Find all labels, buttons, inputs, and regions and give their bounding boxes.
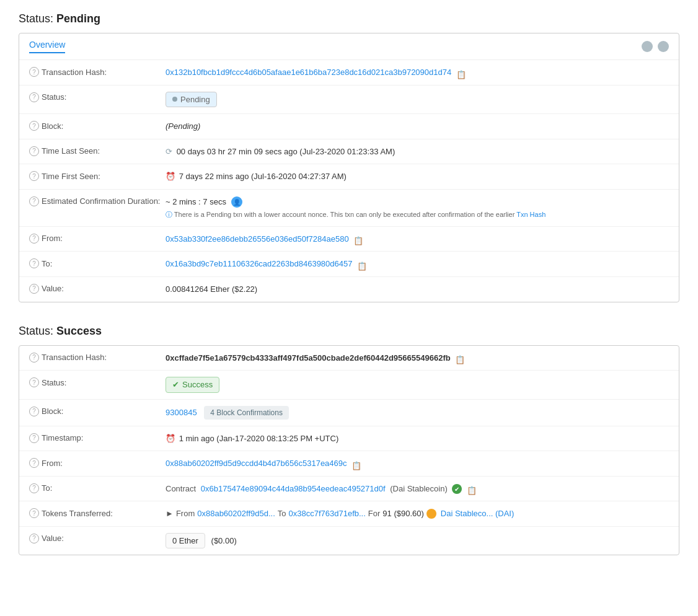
question-icon-time-last: ? [29, 146, 39, 156]
pending-value-label: ? Value: [29, 283, 166, 294]
pending-time-first-seen-row: ? Time First Seen: ⏰ 7 days 22 mins ago … [19, 164, 679, 190]
question-icon-from: ? [29, 234, 39, 244]
confirmations-badge: 4 Block Confirmations [204, 406, 289, 420]
success-tx-hash-label: ? Transaction Hash: [29, 352, 166, 363]
question-icon: ? [29, 67, 39, 77]
pending-est-confirm-label: ? Estimated Confirmation Duration: [29, 196, 166, 206]
clock-icon-success: ⏰ [166, 433, 175, 445]
success-status-row: ? Status: ✔ Success [19, 371, 679, 400]
question-icon-value: ? [29, 284, 39, 294]
copy-from-icon[interactable]: 📋 [353, 235, 362, 244]
success-timestamp-row: ? Timestamp: ⏰ 1 min ago (Jan-17-2020 08… [19, 426, 679, 452]
verified-icon: ✔ [452, 484, 462, 494]
success-badge: ✔ Success [166, 377, 219, 393]
pending-tx-hash-label: ? Transaction Hash: [29, 66, 166, 77]
pending-status-value: Pending [166, 92, 669, 108]
pending-block-label: ? Block: [29, 120, 166, 131]
pending-badge-dot [172, 97, 177, 102]
q-icon-block: ? [29, 407, 39, 416]
success-value-row: ? Value: 0 Ether ($0.00) [19, 527, 679, 555]
success-from-value: 0x88ab60202ff9d5d9ccdd4b4d7b656c5317ea46… [166, 457, 669, 470]
arrow-triangle: ► [166, 508, 174, 520]
pending-from-row: ? From: 0x53ab330f2ee86debb26556e036ed50… [19, 227, 679, 252]
question-icon-status: ? [29, 92, 39, 102]
success-status-value: ✔ Success [166, 377, 669, 393]
pending-time-last-seen-label: ? Time Last Seen: [29, 146, 166, 156]
info-dot: ⓘ [166, 211, 172, 218]
pending-status-row: ? Status: Pending [19, 86, 679, 115]
pending-time-first-seen-label: ? Time First Seen: [29, 170, 166, 181]
success-from-label: ? From: [29, 457, 166, 468]
dai-icon [426, 509, 436, 519]
pending-tx-hash-row: ? Transaction Hash: 0x132b10fbcb1d9fccc4… [19, 60, 679, 86]
success-block-label: ? Block: [29, 406, 166, 416]
question-icon-block: ? [29, 121, 39, 131]
q-icon-value: ? [29, 534, 39, 543]
success-to-label: ? To: [29, 483, 166, 493]
pending-block-value: (Pending) [166, 120, 669, 133]
copy-tx-icon[interactable]: 📋 [455, 354, 464, 363]
copy-from-success-icon[interactable]: 📋 [351, 460, 360, 469]
pending-tx-hash-value: 0x132b10fbcb1d9fccc4d6b05afaae1e61b6ba72… [166, 66, 669, 79]
clock-icon: ⏰ [166, 170, 175, 183]
success-block-row: ? Block: 9300845 4 Block Confirmations [19, 400, 679, 426]
overview-tab[interactable]: Overview [29, 40, 65, 53]
success-from-row: ? From: 0x88ab60202ff9d5d9ccdd4b4d7b656c… [19, 451, 679, 477]
pending-from-label: ? From: [29, 233, 166, 244]
check-icon: ✔ [172, 379, 179, 391]
pending-time-first-seen-value: ⏰ 7 days 22 mins ago (Jul-16-2020 04:27:… [166, 170, 669, 183]
tokens-transfer-detail: ► From 0x88ab60202ff9d5d... To 0x38cc7f7… [166, 508, 669, 520]
success-to-value: Contract 0x6b175474e89094c44da98b954eede… [166, 483, 669, 495]
pending-to-value: 0x16a3bd9c7eb11106326cad2263bd8463980d64… [166, 258, 669, 270]
user-icon: 👤 [231, 196, 242, 208]
success-section-title: Status: Success [19, 325, 679, 338]
pending-status-label: ? Status: [29, 92, 166, 102]
copy-icon[interactable]: 📋 [456, 69, 465, 77]
circle-icon-1 [642, 41, 653, 52]
q-icon-status: ? [29, 377, 39, 387]
pending-est-note: ⓘ There is a Pending txn with a lower ac… [166, 209, 669, 220]
q-icon-to: ? [29, 483, 39, 493]
success-tokens-row: ? Tokens Transferred: ► From 0x88ab60202… [19, 501, 679, 527]
success-value-value: 0 Ether ($0.00) [166, 533, 669, 549]
spinner-icon: ⟳ [166, 146, 172, 158]
success-timestamp-value: ⏰ 1 min ago (Jan-17-2020 08:13:25 PM +UT… [166, 433, 669, 445]
question-icon-time-first: ? [29, 171, 39, 181]
pending-block-row: ? Block: (Pending) [19, 114, 679, 139]
success-block-value: 9300845 4 Block Confirmations [166, 406, 669, 420]
success-card: ? Transaction Hash: 0xcffade7f5e1a67579c… [19, 345, 679, 556]
success-status-label: ? Status: [29, 377, 166, 387]
pending-to-row: ? To: 0x16a3bd9c7eb11106326cad2263bd8463… [19, 252, 679, 277]
question-icon-est: ? [29, 196, 39, 206]
success-to-row: ? To: Contract 0x6b175474e89094c44da98b9… [19, 477, 679, 502]
pending-value-row: ? Value: 0.00841264 Ether ($2.22) [19, 277, 679, 302]
success-value-label: ? Value: [29, 533, 166, 543]
success-tx-hash-value: 0xcffade7f5e1a67579cb4333aff497fd5a500cb… [166, 352, 669, 364]
success-tokens-value: ► From 0x88ab60202ff9d5d... To 0x38cc7f7… [166, 508, 669, 520]
pending-card-header: Overview [19, 33, 679, 60]
copy-to-success-icon[interactable]: 📋 [467, 485, 475, 493]
success-tx-hash-row: ? Transaction Hash: 0xcffade7f5e1a67579c… [19, 346, 679, 371]
q-icon-tokens: ? [29, 508, 39, 518]
pending-badge: Pending [166, 92, 217, 108]
success-timestamp-label: ? Timestamp: [29, 433, 166, 443]
q-icon-from: ? [29, 458, 39, 468]
copy-to-icon[interactable]: 📋 [357, 260, 366, 269]
success-tokens-label: ? Tokens Transferred: [29, 508, 166, 518]
pending-section-title: Status: Pending [19, 12, 679, 25]
circle-icon-2 [658, 41, 669, 52]
pending-card: Overview ? Transaction Hash: 0x132b10fbc… [19, 33, 679, 302]
q-icon-timestamp: ? [29, 433, 39, 443]
pending-time-last-seen-value: ⟳ 00 days 03 hr 27 min 09 secs ago (Jul-… [166, 146, 669, 158]
pending-est-confirm-value: ~ 2 mins : 7 secs 👤 ⓘ There is a Pending… [166, 196, 669, 220]
header-icons [642, 41, 669, 52]
ether-value-box: 0 Ether [166, 533, 205, 549]
pending-time-last-seen-row: ? Time Last Seen: ⟳ 00 days 03 hr 27 min… [19, 139, 679, 165]
question-icon-to: ? [29, 258, 39, 268]
q-icon-tx: ? [29, 353, 39, 363]
pending-from-value: 0x53ab330f2ee86debb26556e036ed50f7284ae5… [166, 233, 669, 245]
pending-est-confirm-row: ? Estimated Confirmation Duration: ~ 2 m… [19, 190, 679, 227]
pending-value-value: 0.00841264 Ether ($2.22) [166, 283, 669, 296]
pending-to-label: ? To: [29, 258, 166, 268]
